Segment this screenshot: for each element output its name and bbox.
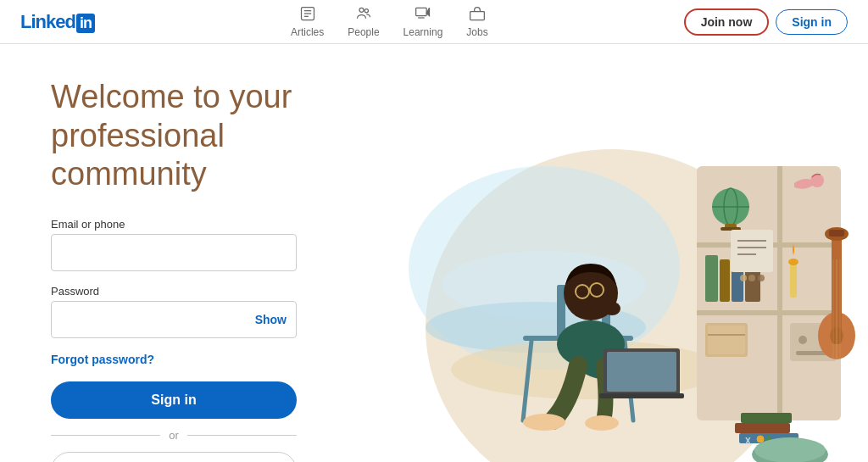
- articles-icon: [299, 5, 316, 25]
- svg-point-63: [585, 415, 619, 431]
- svg-text:X: X: [745, 437, 751, 446]
- svg-rect-72: [735, 423, 790, 433]
- svg-rect-32: [790, 264, 797, 298]
- svg-point-62: [523, 414, 565, 431]
- nav-jobs[interactable]: Jobs: [456, 0, 498, 43]
- illustration: X: [373, 98, 868, 462]
- nav-articles[interactable]: Articles: [281, 0, 334, 43]
- svg-rect-66: [599, 393, 684, 398]
- email-input[interactable]: [51, 234, 297, 271]
- show-password-button[interactable]: Show: [255, 313, 287, 326]
- svg-point-4: [359, 8, 364, 12]
- svg-rect-9: [470, 12, 485, 20]
- svg-rect-18: [777, 166, 782, 420]
- join-now-button[interactable]: Join now: [684, 8, 770, 36]
- svg-rect-67: [731, 230, 773, 272]
- google-signin-button[interactable]: Sign in with Google: [51, 452, 297, 462]
- svg-point-31: [758, 275, 765, 281]
- logo-in-box: in: [76, 14, 95, 33]
- learning-label: Learning: [403, 26, 443, 38]
- svg-rect-44: [829, 230, 844, 237]
- svg-rect-35: [708, 326, 745, 354]
- welcome-title: Welcome to your professional community: [51, 78, 339, 194]
- svg-rect-6: [416, 8, 427, 15]
- svg-rect-73: [741, 413, 792, 423]
- nav-learning[interactable]: Learning: [393, 0, 453, 43]
- left-panel: Welcome to your professional community E…: [0, 44, 373, 462]
- svg-point-30: [748, 275, 755, 281]
- right-panel: X: [373, 98, 868, 462]
- svg-point-78: [754, 437, 826, 462]
- svg-point-24: [810, 174, 824, 187]
- main-nav: Articles People Learning Jobs: [281, 0, 498, 43]
- svg-rect-36: [708, 334, 745, 336]
- jobs-icon: [469, 5, 486, 25]
- email-label: Email or phone: [51, 218, 339, 231]
- divider-line-right: [187, 435, 297, 436]
- header-signin-button[interactable]: Sign in: [776, 9, 848, 35]
- svg-rect-26: [720, 259, 730, 302]
- signin-main-button[interactable]: Sign in: [51, 381, 297, 419]
- forgot-password-link[interactable]: Forgot password?: [51, 353, 154, 366]
- svg-point-33: [788, 259, 798, 265]
- svg-rect-40: [796, 351, 826, 355]
- logo-text: Linkedin: [20, 11, 95, 33]
- svg-point-29: [740, 275, 747, 281]
- header-actions: Join now Sign in: [684, 8, 848, 36]
- jobs-label: Jobs: [466, 26, 487, 38]
- password-wrapper: Show: [51, 301, 297, 338]
- people-icon: [355, 5, 372, 25]
- svg-point-38: [798, 336, 807, 344]
- nav-people[interactable]: People: [337, 0, 389, 43]
- logo[interactable]: Linkedin: [20, 11, 95, 33]
- password-form-group: Password Show: [51, 285, 339, 338]
- password-label: Password: [51, 285, 339, 298]
- svg-point-60: [604, 302, 620, 315]
- learning-icon: [415, 5, 431, 25]
- main-content: Welcome to your professional community E…: [0, 44, 868, 462]
- svg-point-5: [364, 9, 368, 13]
- articles-label: Articles: [291, 26, 324, 38]
- svg-rect-17: [697, 310, 841, 315]
- divider-line-left: [51, 435, 160, 436]
- divider: or: [51, 429, 297, 442]
- email-form-group: Email or phone: [51, 218, 339, 271]
- svg-line-59: [589, 290, 590, 292]
- svg-rect-25: [705, 255, 718, 302]
- people-label: People: [348, 26, 379, 38]
- svg-rect-65: [607, 352, 676, 392]
- svg-point-75: [757, 436, 764, 443]
- header: Linkedin Articles People Learning Job: [0, 0, 868, 44]
